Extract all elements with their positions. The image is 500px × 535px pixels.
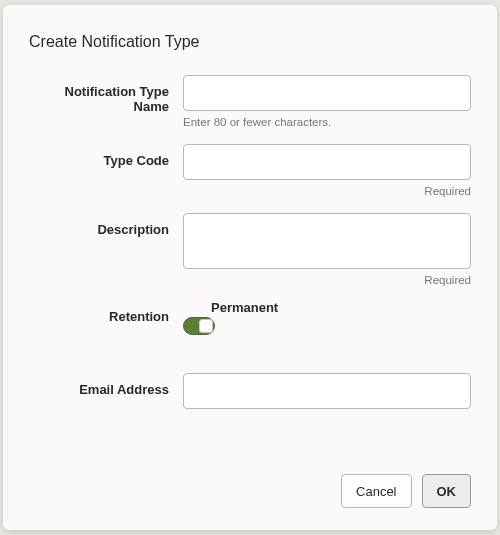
label-type-code: Type Code <box>29 144 183 168</box>
retention-toggle[interactable] <box>183 317 215 335</box>
ok-button[interactable]: OK <box>422 474 472 508</box>
retention-toggle-wrap: Permanent <box>183 300 471 335</box>
label-email-address: Email Address <box>29 373 183 397</box>
helper-notification-type-name: Enter 80 or fewer characters. <box>183 116 471 128</box>
helper-description: Required <box>183 274 471 286</box>
retention-toggle-label: Permanent <box>185 300 471 315</box>
retention-toggle-knob <box>199 319 213 333</box>
row-retention: Retention Permanent <box>29 300 471 335</box>
field-type-code: Required <box>183 144 471 203</box>
label-notification-type-name: Notification Type Name <box>29 75 183 114</box>
row-description: Description Required <box>29 213 471 292</box>
field-retention: Permanent <box>183 300 471 335</box>
row-type-code: Type Code Required <box>29 144 471 203</box>
description-input[interactable] <box>183 213 471 269</box>
dialog-title: Create Notification Type <box>29 33 471 51</box>
form: Notification Type Name Enter 80 or fewer… <box>29 75 471 474</box>
field-notification-type-name: Enter 80 or fewer characters. <box>183 75 471 134</box>
cancel-button[interactable]: Cancel <box>341 474 411 508</box>
helper-type-code: Required <box>183 185 471 197</box>
row-notification-type-name: Notification Type Name Enter 80 or fewer… <box>29 75 471 134</box>
label-retention: Retention <box>29 300 183 324</box>
row-email-address: Email Address <box>29 373 471 409</box>
create-notification-dialog: Create Notification Type Notification Ty… <box>3 5 497 530</box>
notification-type-name-input[interactable] <box>183 75 471 111</box>
dialog-button-bar: Cancel OK <box>29 474 471 508</box>
label-description: Description <box>29 213 183 237</box>
email-address-input[interactable] <box>183 373 471 409</box>
field-description: Required <box>183 213 471 292</box>
type-code-input[interactable] <box>183 144 471 180</box>
field-email-address <box>183 373 471 409</box>
